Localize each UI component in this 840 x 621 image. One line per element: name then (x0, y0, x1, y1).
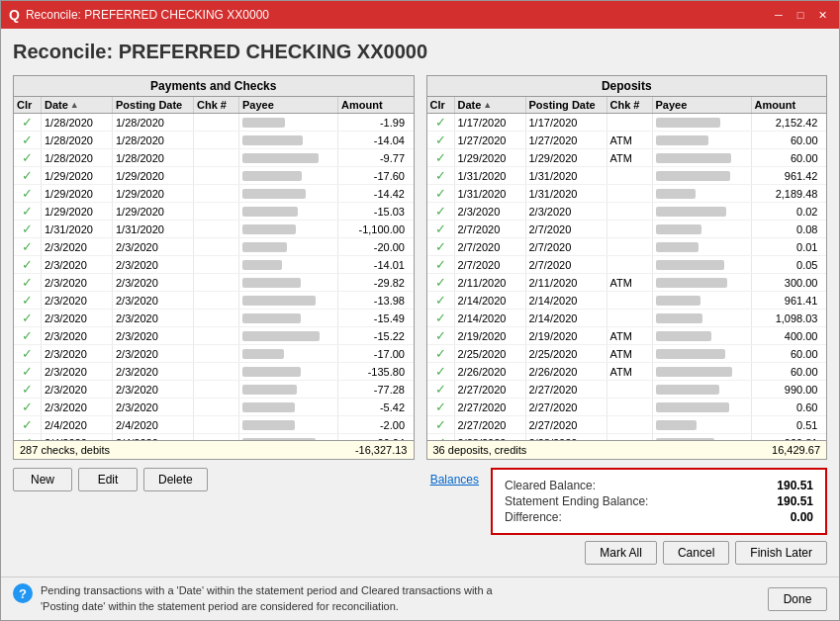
close-button[interactable]: ✕ (813, 6, 831, 24)
payments-row[interactable]: ✓ 1/31/2020 1/31/2020 -1,100.00 (14, 221, 414, 238)
done-button[interactable]: Done (768, 587, 827, 611)
chk-cell: ATM (607, 149, 653, 166)
check-icon: ✓ (435, 310, 446, 325)
date-cell: 1/29/2020 (42, 203, 113, 220)
payments-row[interactable]: ✓ 2/3/2020 2/3/2020 -15.22 (14, 327, 414, 345)
posting-cell: 1/31/2020 (526, 167, 607, 184)
payments-row[interactable]: ✓ 2/3/2020 2/3/2020 -13.98 (14, 292, 414, 310)
payments-footer-label: 287 checks, debits (20, 444, 110, 456)
chk-cell (607, 221, 653, 237)
deposits-row[interactable]: ✓ 1/27/2020 1/27/2020 ATM 60.00 (427, 132, 827, 149)
payments-row[interactable]: ✓ 2/3/2020 2/3/2020 -20.00 (14, 238, 414, 256)
check-icon: ✓ (22, 417, 33, 432)
payments-col-headers: Clr Date ▲ Posting Date Chk # Payee Amou… (14, 97, 414, 114)
payee-blur (242, 118, 285, 128)
mark-all-button[interactable]: Mark All (585, 541, 657, 565)
clr-cell: ✓ (427, 114, 455, 131)
deposits-row[interactable]: ✓ 2/19/2020 2/19/2020 ATM 400.00 (427, 327, 827, 345)
cleared-balance-value: 190.51 (744, 479, 813, 492)
deposits-col-clr: Clr (427, 97, 455, 113)
date-cell: 2/3/2020 (42, 381, 113, 398)
date-cell: 2/25/2020 (455, 345, 526, 362)
deposits-row[interactable]: ✓ 2/27/2020 2/27/2020 990.00 (427, 381, 827, 399)
payments-row[interactable]: ✓ 2/4/2020 2/4/2020 -2.00 (14, 416, 414, 434)
payments-row[interactable]: ✓ 1/29/2020 1/29/2020 -15.03 (14, 203, 414, 221)
posting-cell: 2/27/2020 (526, 381, 607, 398)
deposits-row[interactable]: ✓ 2/27/2020 2/27/2020 0.60 (427, 399, 827, 416)
delete-button[interactable]: Delete (143, 468, 208, 491)
payments-row[interactable]: ✓ 2/3/2020 2/3/2020 -17.00 (14, 345, 414, 363)
deposits-row[interactable]: ✓ 2/7/2020 2/7/2020 0.08 (427, 221, 827, 238)
deposits-row[interactable]: ✓ 2/26/2020 2/26/2020 ATM 60.00 (427, 363, 827, 381)
amount-cell: -1,100.00 (338, 221, 408, 237)
amount-cell: 0.02 (752, 203, 821, 220)
payee-blur (656, 207, 726, 217)
deposits-row[interactable]: ✓ 2/14/2020 2/14/2020 1,098.03 (427, 310, 827, 327)
payments-row[interactable]: ✓ 2/3/2020 2/3/2020 -5.42 (14, 399, 414, 416)
payments-row[interactable]: ✓ 1/28/2020 1/28/2020 -1.99 (14, 114, 414, 132)
payments-header: Payments and Checks (14, 76, 414, 97)
deposits-col-date[interactable]: Date ▲ (455, 97, 526, 113)
payee-blur (242, 385, 297, 395)
posting-cell: 2/3/2020 (113, 363, 194, 380)
deposits-row[interactable]: ✓ 1/17/2020 1/17/2020 2,152.42 (427, 114, 827, 132)
maximize-button[interactable]: □ (792, 6, 809, 24)
clr-cell: ✓ (427, 345, 455, 362)
amount-cell: -9.77 (338, 149, 408, 166)
payee-blur (242, 278, 301, 288)
finish-later-button[interactable]: Finish Later (735, 541, 827, 565)
payee-blur (656, 402, 729, 412)
minimize-button[interactable]: ─ (770, 6, 788, 24)
clr-cell: ✓ (14, 132, 42, 148)
deposits-row[interactable]: ✓ 2/11/2020 2/11/2020 ATM 300.00 (427, 274, 827, 292)
deposits-row[interactable]: ✓ 1/31/2020 1/31/2020 961.42 (427, 167, 827, 185)
cleared-balance-label: Cleared Balance: (505, 479, 596, 492)
deposits-row[interactable]: ✓ 2/25/2020 2/25/2020 ATM 60.00 (427, 345, 827, 363)
date-cell: 2/4/2020 (42, 416, 113, 433)
payee-blur (242, 171, 302, 181)
deposits-row[interactable]: ✓ 1/29/2020 1/29/2020 ATM 60.00 (427, 149, 827, 167)
deposits-row[interactable]: ✓ 2/7/2020 2/7/2020 0.01 (427, 238, 827, 256)
edit-button[interactable]: Edit (78, 468, 138, 491)
posting-cell: 1/29/2020 (526, 149, 607, 166)
status-bar: ? Pending transactions with a 'Date' wit… (1, 577, 839, 620)
payments-row[interactable]: ✓ 2/3/2020 2/3/2020 -29.82 (14, 274, 414, 292)
clr-cell: ✓ (14, 238, 42, 255)
new-button[interactable]: New (13, 468, 72, 491)
payments-col-date[interactable]: Date ▲ (42, 97, 113, 113)
payments-row[interactable]: ✓ 1/29/2020 1/29/2020 -17.60 (14, 167, 414, 185)
amount-cell: -20.00 (338, 238, 408, 255)
payments-row[interactable]: ✓ 1/29/2020 1/29/2020 -14.42 (14, 185, 414, 203)
clr-cell: ✓ (14, 114, 42, 131)
amount-cell: -17.60 (338, 167, 408, 184)
deposits-row[interactable]: ✓ 2/7/2020 2/7/2020 0.05 (427, 256, 827, 274)
amount-cell: -2.00 (338, 416, 408, 433)
clr-cell: ✓ (14, 310, 42, 326)
posting-cell: 1/31/2020 (526, 185, 607, 202)
payments-row[interactable]: ✓ 1/28/2020 1/28/2020 -14.04 (14, 132, 414, 149)
statement-ending-row: Statement Ending Balance: 190.51 (505, 493, 813, 509)
chk-cell (607, 238, 653, 255)
payee-cell (239, 203, 338, 220)
payee-cell (239, 238, 338, 255)
date-cell: 2/3/2020 (42, 256, 113, 273)
deposits-row[interactable]: ✓ 2/3/2020 2/3/2020 0.02 (427, 203, 827, 221)
payments-row[interactable]: ✓ 2/3/2020 2/3/2020 -15.49 (14, 310, 414, 327)
deposits-row[interactable]: ✓ 1/31/2020 1/31/2020 2,189.48 (427, 185, 827, 203)
clr-cell: ✓ (14, 327, 42, 344)
payments-row[interactable]: ✓ 2/3/2020 2/3/2020 -135.80 (14, 363, 414, 381)
cancel-button[interactable]: Cancel (663, 541, 729, 565)
statement-ending-label: Statement Ending Balance: (505, 494, 648, 508)
deposits-row[interactable]: ✓ 2/27/2020 2/27/2020 0.51 (427, 416, 827, 434)
amount-cell: 400.00 (752, 327, 821, 344)
payee-blur (656, 224, 701, 234)
payments-row[interactable]: ✓ 2/3/2020 2/3/2020 -77.28 (14, 381, 414, 399)
deposits-table-body[interactable]: ✓ 1/17/2020 1/17/2020 2,152.42 ✓ 1/27/20… (427, 114, 827, 440)
payments-table-body[interactable]: ✓ 1/28/2020 1/28/2020 -1.99 ✓ 1/28/2020 … (14, 114, 414, 440)
deposits-row[interactable]: ✓ 2/14/2020 2/14/2020 961.41 (427, 292, 827, 310)
payments-row[interactable]: ✓ 2/3/2020 2/3/2020 -14.01 (14, 256, 414, 274)
chk-cell (194, 203, 239, 220)
posting-cell: 2/3/2020 (113, 381, 194, 398)
payments-row[interactable]: ✓ 1/28/2020 1/28/2020 -9.77 (14, 149, 414, 167)
balances-button[interactable]: Balances (430, 473, 479, 487)
